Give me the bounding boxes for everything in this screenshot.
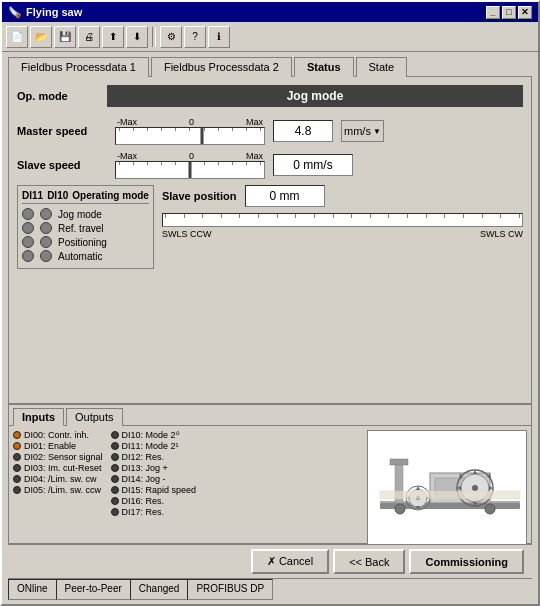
di-mode-2: Positioning (58, 237, 107, 248)
position-label-left: SWLS CCW (162, 229, 212, 239)
io-led-di17 (111, 508, 119, 516)
position-track[interactable] (162, 213, 523, 227)
machine-image (367, 430, 527, 550)
info-button[interactable]: ℹ (208, 26, 230, 48)
io-label-di01: DI01: Enable (24, 441, 76, 451)
status-peer: Peer-to-Peer (56, 579, 130, 600)
io-led-di16 (111, 497, 119, 505)
io-label-di16: DI16: Res. (122, 496, 165, 506)
toolbar: 📄 📂 💾 🖨 ⬆ ⬇ ⚙ ? ℹ (2, 22, 538, 52)
io-led-di10 (111, 431, 119, 439)
io-item-di00: DI00: Contr. inh. (13, 430, 103, 440)
io-label-di02: DI02: Sensor signal (24, 452, 103, 462)
di11-led-3 (22, 250, 34, 262)
di11-led-1 (22, 222, 34, 234)
cancel-button[interactable]: ✗ Cancel (251, 549, 329, 574)
minimize-button[interactable]: _ (486, 6, 500, 19)
unit-dropdown-arrow: ▼ (373, 127, 381, 136)
io-label-di11: DI11: Mode 2¹ (122, 441, 179, 451)
commissioning-button[interactable]: Commissioning (409, 549, 524, 574)
back-button[interactable]: << Back (333, 549, 405, 574)
master-speed-row: Master speed -Max 0 Max (17, 117, 523, 145)
status-changed: Changed (130, 579, 188, 600)
io-item-di03: DI03: Im. cut-Reset (13, 463, 103, 473)
open-button[interactable]: 📂 (30, 26, 52, 48)
svg-rect-25 (380, 491, 520, 499)
tab-inputs[interactable]: Inputs (13, 408, 64, 426)
io-led-di03 (13, 464, 21, 472)
master-speed-thumb[interactable] (200, 128, 203, 144)
io-led-di00 (13, 431, 21, 439)
io-item-di16: DI16: Res. (111, 496, 197, 506)
master-speed-slider-container: -Max 0 Max (115, 117, 265, 145)
tools-button[interactable]: ⚙ (160, 26, 182, 48)
di-row-2: Positioning (22, 236, 149, 248)
io-item-di04: DI04: /Lim. sw. cw (13, 474, 103, 484)
di-mode-0: Jog mode (58, 209, 102, 220)
io-columns: DI00: Contr. inh. DI01: Enable DI02: Sen… (13, 430, 363, 517)
bottom-content: DI00: Contr. inh. DI01: Enable DI02: Sen… (9, 425, 531, 554)
master-speed-slider-track[interactable] (115, 127, 265, 145)
master-speed-unit-select[interactable]: mm/s ▼ (341, 120, 384, 142)
footer-buttons: ✗ Cancel << Back Commissioning (8, 544, 532, 578)
master-speed-value: 4.8 (273, 120, 333, 142)
io-item-di13: DI13: Jog + (111, 463, 197, 473)
download-button[interactable]: ⬇ (126, 26, 148, 48)
tab-outputs[interactable]: Outputs (66, 408, 123, 426)
io-led-di04 (13, 475, 21, 483)
title-bar-left: 🪚 Flying saw (8, 6, 82, 19)
io-led-di11 (111, 442, 119, 450)
io-label-di13: DI13: Jog + (122, 463, 168, 473)
io-label-di04: DI04: /Lim. sw. cw (24, 474, 97, 484)
io-label-di00: DI00: Contr. inh. (24, 430, 89, 440)
help-button[interactable]: ? (184, 26, 206, 48)
maximize-button[interactable]: □ (502, 6, 516, 19)
master-speed-label: Master speed (17, 125, 107, 137)
di-panel: DI11 DI10 Operating mode Jog mode Ref. t… (17, 185, 154, 269)
io-led-di05 (13, 486, 21, 494)
status-online: ONline (8, 579, 56, 600)
di10-led-3 (40, 250, 52, 262)
di11-led-0 (22, 208, 34, 220)
main-tabs: Fieldbus Processdata 1 Fieldbus Processd… (2, 52, 538, 76)
io-item-di02: DI02: Sensor signal (13, 452, 103, 462)
middle-section: DI11 DI10 Operating mode Jog mode Ref. t… (17, 185, 523, 269)
io-item-di12: DI12: Res. (111, 452, 197, 462)
io-signals-panel: DI00: Contr. inh. DI01: Enable DI02: Sen… (13, 430, 363, 550)
io-item-di01: DI01: Enable (13, 441, 103, 451)
slave-position-value: 0 mm (245, 185, 325, 207)
position-label-right: SWLS CW (480, 229, 523, 239)
main-window: 🪚 Flying saw _ □ ✕ 📄 📂 💾 🖨 ⬆ ⬇ ⚙ ? ℹ Fie… (0, 0, 540, 606)
print-button[interactable]: 🖨 (78, 26, 100, 48)
title-bar: 🪚 Flying saw _ □ ✕ (2, 2, 538, 22)
di10-led-0 (40, 208, 52, 220)
window-icon: 🪚 (8, 6, 22, 19)
svg-rect-22 (390, 459, 408, 465)
save-button[interactable]: 💾 (54, 26, 76, 48)
io-label-di17: DI17: Res. (122, 507, 165, 517)
slave-speed-thumb[interactable] (189, 162, 192, 178)
new-button[interactable]: 📄 (6, 26, 28, 48)
slave-speed-slider-container: -Max 0 Max (115, 151, 265, 179)
tab-fieldbus-1[interactable]: Fieldbus Processdata 1 (8, 57, 149, 77)
machine-svg (370, 433, 525, 548)
slave-speed-row: Slave speed -Max 0 Max (17, 151, 523, 179)
toolbar-separator-1 (152, 27, 156, 47)
io-led-di15 (111, 486, 119, 494)
di-row-3: Automatic (22, 250, 149, 262)
slave-speed-slider-track[interactable] (115, 161, 265, 179)
io-label-di14: DI14: Jog - (122, 474, 166, 484)
tab-status[interactable]: Status (294, 57, 354, 77)
di-row-0: Jog mode (22, 208, 149, 220)
slave-speed-labels: -Max 0 Max (115, 151, 265, 161)
upload-button[interactable]: ⬆ (102, 26, 124, 48)
svg-point-23 (395, 504, 405, 514)
master-speed-labels: -Max 0 Max (115, 117, 265, 127)
io-label-di10: DI10: Mode 2⁰ (122, 430, 180, 440)
tab-fieldbus-2[interactable]: Fieldbus Processdata 2 (151, 57, 292, 77)
io-led-di02 (13, 453, 21, 461)
close-button[interactable]: ✕ (518, 6, 532, 19)
tab-state[interactable]: State (356, 57, 408, 77)
io-led-di13 (111, 464, 119, 472)
di-table-header: DI11 DI10 Operating mode (22, 190, 149, 204)
